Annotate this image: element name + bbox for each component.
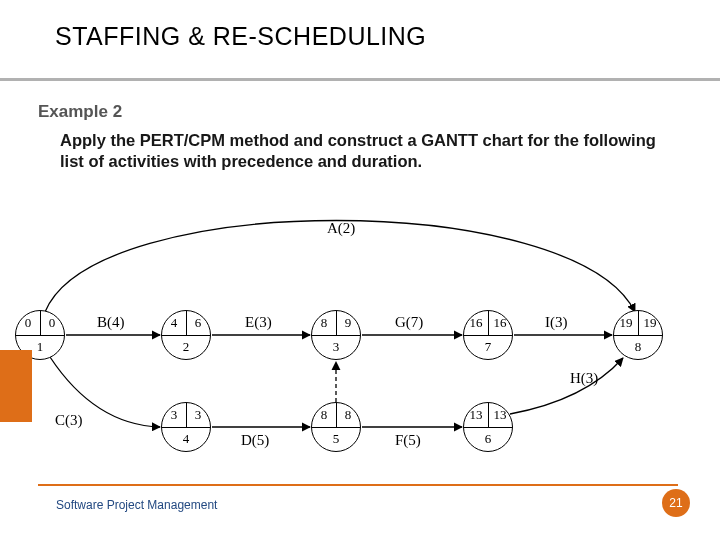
node-4-ef: 3 <box>186 407 210 423</box>
title-rule <box>0 78 720 81</box>
edge-e-label: E(3) <box>245 314 272 331</box>
edge-h-label: H(3) <box>570 370 598 387</box>
example-heading: Example 2 <box>38 102 122 122</box>
node-5-es: 8 <box>312 407 336 423</box>
edge-b-label: B(4) <box>97 314 125 331</box>
node-1-ef: 0 <box>40 315 64 331</box>
node-3-es: 8 <box>312 315 336 331</box>
node-2-ef: 6 <box>186 315 210 331</box>
node-7: 16 16 7 <box>463 310 513 360</box>
node-4-es: 3 <box>162 407 186 423</box>
node-3-id: 3 <box>312 339 360 355</box>
node-5-ef: 8 <box>336 407 360 423</box>
node-7-ef: 16 <box>488 315 512 331</box>
footer-text: Software Project Management <box>56 498 217 512</box>
node-1-es: 0 <box>16 315 40 331</box>
edge-a-label: A(2) <box>327 220 355 237</box>
node-6-ef: 13 <box>488 407 512 423</box>
pert-diagram: 0 0 1 4 6 2 8 9 3 16 16 7 19 19 8 3 3 4 … <box>15 200 705 460</box>
node-4-id: 4 <box>162 431 210 447</box>
node-2-es: 4 <box>162 315 186 331</box>
edge-d-label: D(5) <box>241 432 269 449</box>
page-title: STAFFING & RE-SCHEDULING <box>55 22 426 51</box>
node-7-id: 7 <box>464 339 512 355</box>
page-number-badge: 21 <box>662 489 690 517</box>
edge-f-label: F(5) <box>395 432 421 449</box>
node-6: 13 13 6 <box>463 402 513 452</box>
node-5-id: 5 <box>312 431 360 447</box>
node-8-ef: 19 <box>638 315 662 331</box>
edge-g-label: G(7) <box>395 314 423 331</box>
page-number: 21 <box>669 496 682 510</box>
node-3: 8 9 3 <box>311 310 361 360</box>
node-8-es: 19 <box>614 315 638 331</box>
node-7-es: 16 <box>464 315 488 331</box>
node-6-id: 6 <box>464 431 512 447</box>
footer-rule <box>38 484 678 486</box>
node-8-id: 8 <box>614 339 662 355</box>
problem-prompt: Apply the PERT/CPM method and construct … <box>60 130 660 173</box>
node-2-id: 2 <box>162 339 210 355</box>
accent-bar <box>0 350 32 422</box>
node-8: 19 19 8 <box>613 310 663 360</box>
node-3-ef: 9 <box>336 315 360 331</box>
node-6-es: 13 <box>464 407 488 423</box>
edge-i-label: I(3) <box>545 314 568 331</box>
edge-c-label: C(3) <box>55 412 83 429</box>
node-2: 4 6 2 <box>161 310 211 360</box>
node-4: 3 3 4 <box>161 402 211 452</box>
node-5: 8 8 5 <box>311 402 361 452</box>
